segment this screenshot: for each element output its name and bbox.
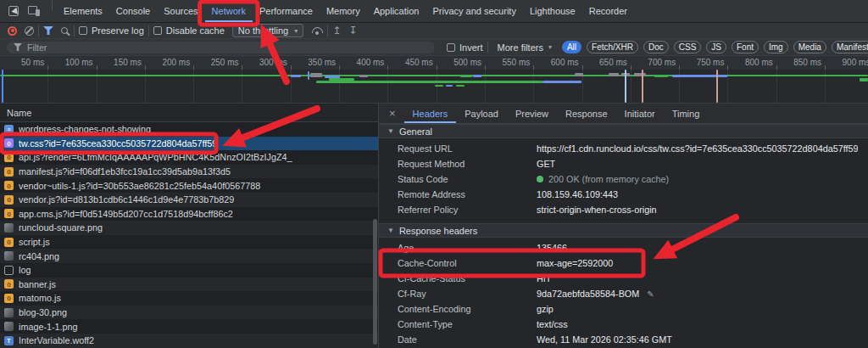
request-row[interactable]: log (0, 263, 378, 278)
invert-checkbox[interactable]: Invert (447, 42, 483, 53)
request-row[interactable]: blog-30.png (0, 306, 378, 320)
filter-chip[interactable]: JS (706, 41, 726, 53)
devtools-tab[interactable]: Network (205, 0, 253, 22)
filter-chip[interactable]: Fetch/XHR (587, 41, 638, 53)
waterfall-bar (435, 85, 443, 87)
general-rows: Request URL https://cf1.cdn.runcloud.io/… (379, 138, 868, 217)
waterfall-bar (308, 71, 309, 80)
timeline-event-line (2, 70, 3, 103)
inspect-element-icon[interactable] (8, 6, 19, 16)
request-row[interactable]: vendor~utils-1.js?id=30b553ae86281c25feb… (0, 178, 378, 193)
request-row[interactable]: runcloud-square.png (0, 221, 378, 235)
checkbox-icon (153, 26, 162, 35)
details-tab[interactable]: Payload (456, 104, 507, 123)
devtools-tab[interactable]: Application (367, 0, 426, 22)
record-icon[interactable] (8, 26, 17, 36)
filter-input[interactable]: Filter (7, 42, 435, 53)
ruler-label: 750 ms (680, 56, 728, 70)
filter-chip[interactable]: Manifest (832, 41, 868, 53)
request-row[interactable]: rc404.png (0, 249, 378, 263)
edit-icon[interactable] (647, 289, 654, 299)
devtools-tab[interactable]: Recorder (582, 0, 634, 22)
request-row[interactable]: matomo.js (0, 291, 378, 306)
ruler-label: 500 ms (437, 56, 486, 70)
request-row[interactable]: tw.css?id=7e635cea330cc5035722d804da57ff… (0, 137, 378, 151)
details-tab[interactable]: Timing (664, 104, 709, 123)
details-tab[interactable]: Preview (507, 104, 557, 123)
disable-cache-checkbox[interactable]: Disable cache (153, 25, 225, 36)
ruler-label: 850 ms (777, 56, 826, 70)
header-key: Request Method (398, 159, 537, 169)
request-row[interactable]: image-1-1.png (0, 319, 378, 334)
devtools-tab[interactable]: Elements (57, 0, 109, 22)
preserve-log-checkbox[interactable]: Preserve log (79, 25, 144, 36)
scrollbar-thumb[interactable] (373, 219, 377, 345)
ruler-label: 400 ms (340, 56, 388, 70)
name-column-header[interactable]: Name (0, 104, 378, 122)
devtools-tab[interactable]: Memory (320, 0, 367, 22)
header-row: Content-Encoding gzip (379, 301, 868, 317)
filter-chip[interactable]: Img (764, 41, 788, 53)
details-tab[interactable]: Initiator (616, 104, 664, 123)
throttling-select[interactable]: No throttling ▾ (232, 24, 303, 37)
devtools-tab[interactable]: Lighthouse (523, 0, 582, 22)
request-row[interactable]: api.js?render=6LfmMcIqAAAAAPqWPbHNC4K5dN… (0, 150, 378, 165)
ruler-label: 150 ms (97, 56, 146, 70)
section-header-response-headers[interactable]: ▼ Response headers (379, 223, 868, 238)
network-filter-bar: Filter Invert More filters ▾ AllFetch/XH… (0, 39, 868, 56)
devtools-tab[interactable]: Sources (157, 0, 204, 22)
request-row[interactable]: banner.js (0, 278, 378, 292)
request-name: matomo.js (19, 293, 61, 303)
ruler-label: 550 ms (486, 56, 534, 70)
devtools-tab[interactable]: Privacy and security (426, 0, 522, 22)
file-type-icon (4, 195, 14, 205)
file-type-icon (4, 125, 14, 134)
filter-chip[interactable]: Doc (643, 41, 669, 53)
file-type-icon (4, 223, 14, 233)
file-type-icon (4, 308, 14, 317)
devtools-tab[interactable]: Console (109, 0, 157, 22)
clear-icon[interactable] (25, 26, 34, 36)
request-row[interactable]: InterVariable.woff2 (0, 334, 378, 348)
details-tab-bar: × HeadersPayloadPreviewResponseInitiator… (379, 104, 868, 124)
filter-chip[interactable]: CSS (674, 41, 702, 53)
request-row[interactable]: wordpress-changes-not-showing (0, 122, 378, 137)
request-name: wordpress-changes-not-showing (19, 124, 151, 134)
checkbox-icon (79, 26, 87, 35)
export-har-icon[interactable]: ↧ (348, 25, 357, 36)
requests-panel: Name wordpress-changes-not-showing tw.cs… (0, 104, 379, 348)
request-row[interactable]: manifest.js?id=f06df1eb3fcc19a1cc39d5ab9… (0, 165, 378, 179)
section-header-general[interactable]: ▼ General (379, 124, 868, 138)
filter-placeholder: Filter (27, 42, 47, 53)
header-row: Referrer Policy strict-origin-when-cross… (379, 202, 868, 217)
filter-chip[interactable]: Media (793, 41, 826, 53)
resource-type-chips: AllFetch/XHRDocCSSJSFontImgMediaManifest… (562, 41, 868, 53)
request-row[interactable]: vendor.js?id=d813b1cdb6c1446c1d9e4e7783b… (0, 193, 378, 207)
header-row: Request URL https://cf1.cdn.runcloud.io/… (379, 141, 868, 156)
filter-chip[interactable]: All (562, 41, 581, 53)
request-row[interactable]: app.cms.js?id=f0d5149b5d207cc1d7518d94bc… (0, 207, 378, 222)
request-details-panel: × HeadersPayloadPreviewResponseInitiator… (379, 104, 868, 348)
more-filters-button[interactable]: More filters ▾ (498, 42, 552, 53)
header-row: Cf-Ray 9da72aebfda58584-BOM (379, 286, 868, 301)
request-name: rc404.png (19, 251, 59, 261)
ruler-label: 900 ms (826, 56, 868, 70)
request-row[interactable]: script.js (0, 235, 378, 250)
device-toolbar-icon[interactable] (28, 6, 40, 16)
file-type-icon (4, 238, 14, 247)
response-headers-section: ▼ Response headers Age 135466 Cache-Cont… (379, 223, 868, 347)
network-overview[interactable]: 50 ms100 ms150 ms200 ms250 ms300 ms350 m… (0, 56, 868, 104)
details-tab[interactable]: Headers (404, 104, 457, 123)
close-icon[interactable]: × (379, 104, 404, 123)
details-tab[interactable]: Response (557, 104, 616, 123)
request-name: app.cms.js?id=f0d5149b5d207cc1d7518d94bc… (19, 209, 233, 219)
file-type-icon (4, 294, 14, 303)
devtools-tab[interactable]: Performance (253, 0, 320, 22)
network-conditions-icon[interactable] (311, 26, 323, 36)
import-har-icon[interactable]: ↥ (332, 25, 341, 36)
overview-waterfall[interactable] (0, 70, 868, 103)
filter-chip[interactable]: Font (732, 41, 759, 53)
filter-funnel-icon[interactable] (43, 26, 53, 35)
search-icon[interactable] (61, 27, 68, 34)
file-type-icon (4, 209, 14, 218)
